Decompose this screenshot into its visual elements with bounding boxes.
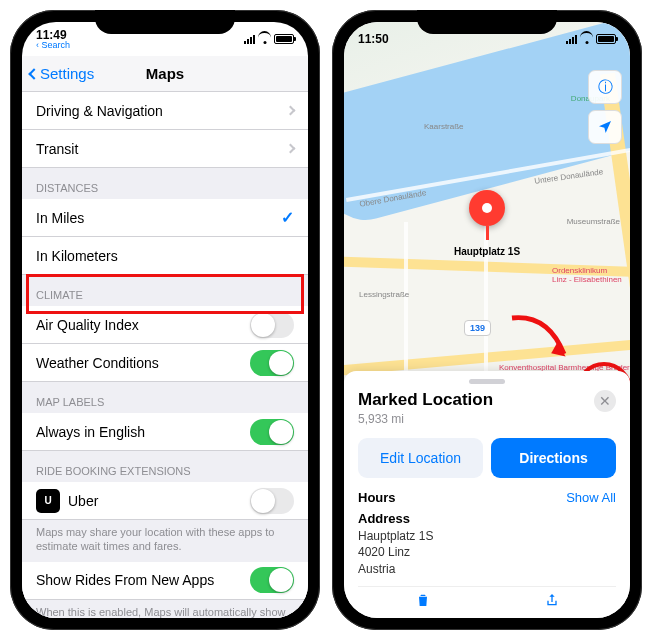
chevron-right-icon: [286, 144, 296, 154]
settings-list[interactable]: Driving & Navigation Transit DISTANCES I…: [22, 92, 308, 618]
switch-show-rides[interactable]: [250, 567, 294, 593]
close-button[interactable]: ✕: [594, 390, 616, 412]
card-grabber[interactable]: [469, 379, 505, 384]
screen-settings: 11:49 ‹ Search Settings Maps Driving & N…: [22, 22, 308, 618]
battery-icon: [596, 34, 616, 44]
poi-label: Ordensklinikum Linz - Elisabethinen: [552, 267, 622, 285]
signal-icon: [566, 34, 577, 44]
show-all-link[interactable]: Show All: [566, 490, 616, 505]
chevron-left-icon: [28, 68, 39, 79]
row-always-english[interactable]: Always in English: [22, 413, 308, 451]
row-in-miles[interactable]: In Miles✓: [22, 199, 308, 237]
locate-button[interactable]: [588, 110, 622, 144]
directions-button[interactable]: Directions: [491, 438, 616, 478]
back-button[interactable]: Settings: [30, 65, 94, 82]
notch: [417, 10, 557, 34]
trash-icon: [415, 592, 431, 608]
row-driving-navigation[interactable]: Driving & Navigation: [22, 92, 308, 130]
trash-button[interactable]: [415, 592, 431, 612]
address-block: Hauptplatz 1S 4020 Linz Austria: [358, 528, 616, 578]
switch-uber[interactable]: [250, 488, 294, 514]
row-transit[interactable]: Transit: [22, 130, 308, 168]
status-back-hint[interactable]: ‹ Search: [36, 41, 70, 50]
info-button[interactable]: ⓘ: [588, 70, 622, 104]
header-ride-booking: RIDE BOOKING EXTENSIONS: [22, 451, 308, 482]
header-distances: DISTANCES: [22, 168, 308, 199]
checkmark-icon: ✓: [281, 208, 294, 227]
header-climate: CLIMATE: [22, 275, 308, 306]
switch-aqi[interactable]: [250, 312, 294, 338]
share-icon: [544, 592, 560, 608]
hours-label: Hours: [358, 490, 396, 505]
share-button[interactable]: [544, 592, 560, 612]
street-label: Kaarstraße: [424, 122, 464, 131]
phone-right: 11:50 Kaarstraße Untere Donaulände Obere…: [332, 10, 642, 630]
switch-english[interactable]: [250, 419, 294, 445]
chevron-right-icon: [286, 106, 296, 116]
footer-ride: Maps may share your location with these …: [22, 520, 308, 562]
row-uber[interactable]: UUber: [22, 482, 308, 520]
place-card[interactable]: Marked Location 5,933 mi ✕ Edit Location…: [344, 371, 630, 618]
notch: [95, 10, 235, 34]
wifi-icon: [258, 34, 271, 44]
wifi-icon: [580, 34, 593, 44]
card-subtitle: 5,933 mi: [358, 412, 493, 426]
map-canvas[interactable]: 11:50 Kaarstraße Untere Donaulände Obere…: [344, 22, 630, 412]
card-toolbar: [358, 586, 616, 616]
uber-icon: U: [36, 489, 60, 513]
screen-maps: 11:50 Kaarstraße Untere Donaulände Obere…: [344, 22, 630, 618]
row-weather-conditions[interactable]: Weather Conditions: [22, 344, 308, 382]
status-time: 11:50: [358, 33, 389, 45]
row-show-rides[interactable]: Show Rides From New Apps: [22, 562, 308, 600]
map-pin[interactable]: [469, 190, 505, 240]
signal-icon: [244, 34, 255, 44]
edit-location-button[interactable]: Edit Location: [358, 438, 483, 478]
pin-label: Hauptplatz 1S: [454, 246, 520, 257]
nav-bar: Settings Maps: [22, 56, 308, 92]
card-title: Marked Location: [358, 390, 493, 410]
header-map-labels: MAP LABELS: [22, 382, 308, 413]
street-label: Museumstraße: [567, 217, 620, 226]
route-shield: 139: [464, 320, 491, 336]
footer-show-rides: When this is enabled, Maps will automati…: [22, 600, 308, 618]
address-label: Address: [358, 511, 410, 526]
location-arrow-icon: [597, 119, 613, 135]
battery-icon: [274, 34, 294, 44]
row-air-quality-index[interactable]: Air Quality Index: [22, 306, 308, 344]
row-in-kilometers[interactable]: In Kilometers: [22, 237, 308, 275]
switch-weather[interactable]: [250, 350, 294, 376]
street-label: Lessingstraße: [359, 290, 409, 299]
phone-left: 11:49 ‹ Search Settings Maps Driving & N…: [10, 10, 320, 630]
